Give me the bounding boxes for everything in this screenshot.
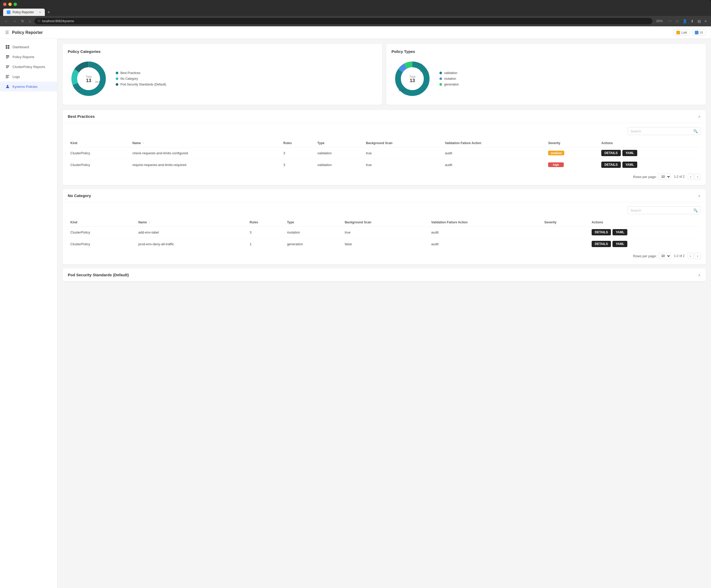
rows-per-page-select[interactable]: 10 25 50 <box>659 174 671 180</box>
nc-row2-severity <box>542 238 589 250</box>
nc-row2-type: generation <box>284 238 342 250</box>
svg-text:7.7%: 7.7% <box>417 63 423 66</box>
legend-item-validation: validation <box>439 71 459 75</box>
forward-button[interactable]: → <box>12 19 18 24</box>
dashboard-icon <box>5 45 10 49</box>
tab-close-button[interactable]: ✕ <box>39 11 41 14</box>
menu-icon[interactable]: ≡ <box>703 18 708 24</box>
no-category-search-box[interactable]: 🔍 <box>628 206 701 214</box>
sidebar-item-kyverno-policies[interactable]: Kyverno Policies <box>0 82 57 91</box>
no-category-chevron-icon: ∧ <box>698 194 701 198</box>
browser-tabs: Policy Reporter ✕ + <box>3 8 708 16</box>
row2-yaml-button[interactable]: YAML <box>622 161 637 168</box>
best-practices-body: 🔍 Kind Name ↑ Rules Type Background Scan <box>63 123 706 185</box>
best-practices-table: Kind Name ↑ Rules Type Background Scan V… <box>68 139 701 171</box>
col-validation-failure-action-header: Validation Failure Action <box>442 139 545 147</box>
policy-types-card: Policy Types Total 13 <box>386 44 706 105</box>
nc-next-page-button[interactable]: › <box>695 253 701 259</box>
back-button[interactable]: ← <box>3 19 9 24</box>
best-practices-label: Best Practices <box>121 71 141 75</box>
nc-rows-per-page-select[interactable]: 10 25 50 <box>659 253 671 259</box>
svg-rect-0 <box>6 45 7 47</box>
row1-rules: 3 <box>281 147 315 159</box>
nc-row1-background-scan: true <box>342 226 429 238</box>
sidebar-item-cluster-policy-reports-label: ClusterPolicy Reports <box>13 65 45 69</box>
mutation-dot <box>439 78 442 80</box>
types-donut-svg: Total 13 7.7% 7.7% 84.6% <box>391 58 433 100</box>
nc-col-name-header[interactable]: Name ↑ <box>136 218 247 226</box>
best-practices-search-input[interactable] <box>630 129 692 133</box>
policy-reports-icon <box>5 55 10 59</box>
severity-badge-high: high <box>548 162 564 167</box>
svg-text:13: 13 <box>86 78 91 83</box>
loki-badge-button[interactable]: Loki <box>673 29 690 36</box>
best-practices-search-icon[interactable]: 🔍 <box>693 129 698 133</box>
best-practices-search-box[interactable]: 🔍 <box>628 127 701 135</box>
legend-item-no-category: No Category <box>116 77 166 81</box>
new-tab-button[interactable]: + <box>46 10 52 15</box>
pod-security-header[interactable]: Pod Security Standards (Default) ∧ <box>63 268 706 282</box>
nc-prev-page-button[interactable]: ‹ <box>688 253 694 259</box>
best-practices-header[interactable]: Best Practices ∧ <box>63 110 706 123</box>
no-category-header[interactable]: No Category ∧ <box>63 189 706 202</box>
row2-kind: ClusterPolicy <box>68 159 130 171</box>
policy-categories-card: Policy Categories Total <box>63 44 382 105</box>
nc-row1-kind: ClusterPolicy <box>68 226 136 238</box>
row1-name: check-requests-and-limits-configured <box>130 147 281 159</box>
nc-col-type-header: Type <box>284 218 342 226</box>
active-tab[interactable]: Policy Reporter ✕ <box>3 8 45 16</box>
svg-rect-6 <box>6 58 8 58</box>
row2-details-button[interactable]: DETAILS <box>601 161 621 168</box>
mutation-label: mutation <box>444 77 456 81</box>
pod-security-dot <box>116 83 118 86</box>
next-page-button[interactable]: › <box>695 174 701 180</box>
nc-row1-details-button[interactable]: DETAILS <box>591 229 611 235</box>
pod-security-section: Pod Security Standards (Default) ∧ <box>63 268 706 282</box>
nc-row2-validation-failure-action: audit <box>429 238 542 250</box>
hamburger-menu-icon[interactable]: ☰ <box>5 30 9 35</box>
legend-item-mutation: mutation <box>439 77 459 81</box>
svg-rect-9 <box>6 77 9 78</box>
nc-row1-type: mutation <box>284 226 342 238</box>
minimize-window-button[interactable] <box>8 3 12 6</box>
sidebar-item-policy-reports[interactable]: Policy Reports <box>0 52 57 62</box>
nc-row1-yaml-button[interactable]: YAML <box>612 229 627 235</box>
maximize-window-button[interactable] <box>14 3 17 6</box>
row1-type: validation <box>315 147 363 159</box>
extensions-icon[interactable]: ⋯ <box>667 18 673 24</box>
svg-text:69.2%: 69.2% <box>74 87 81 89</box>
ui-badge-button[interactable]: UI <box>692 29 706 36</box>
security-icon: 🛡 <box>38 20 40 23</box>
no-category-search-icon[interactable]: 🔍 <box>693 208 698 213</box>
nc-row2-details-button[interactable]: DETAILS <box>591 241 611 247</box>
reload-button[interactable]: ↻ <box>20 19 25 24</box>
no-category-search-input[interactable] <box>630 209 692 213</box>
sidebar-item-logs[interactable]: Logs <box>0 72 57 82</box>
sidebar-icon[interactable]: ▤ <box>696 18 702 24</box>
col-rules-header: Rules <box>281 139 315 147</box>
url-display: localhost:8082/kyverno <box>42 19 74 23</box>
bookmark-icon[interactable]: ☆ <box>674 18 680 24</box>
sidebar-item-dashboard[interactable]: Dashboard <box>0 42 57 52</box>
nc-row1-name: add-env-label <box>136 226 247 238</box>
nc-row2-yaml-button[interactable]: YAML <box>612 241 627 247</box>
download-icon[interactable]: ⬇ <box>689 18 695 24</box>
address-bar[interactable]: 🛡 localhost:8082/kyverno <box>35 18 652 24</box>
home-button[interactable]: ⌂ <box>28 19 32 24</box>
nc-row1-validation-failure-action: audit <box>429 226 542 238</box>
row1-details-button[interactable]: DETAILS <box>601 150 621 156</box>
svg-rect-1 <box>8 45 9 47</box>
nc-col-validation-failure-action-header: Validation Failure Action <box>429 218 542 226</box>
row2-action-buttons: DETAILS YAML <box>601 161 698 168</box>
pod-security-label: Pod Security Standards (Default) <box>121 83 166 86</box>
col-name-header[interactable]: Name ↑ <box>130 139 281 147</box>
profile-icon[interactable]: 👤 <box>681 18 688 24</box>
prev-page-button[interactable]: ‹ <box>688 174 694 180</box>
sidebar-item-cluster-policy-reports[interactable]: ClusterPolicy Reports <box>0 62 57 72</box>
svg-rect-4 <box>6 55 9 56</box>
nc-row2-rules: 1 <box>247 238 284 250</box>
close-window-button[interactable] <box>3 3 6 6</box>
row1-yaml-button[interactable]: YAML <box>622 150 637 156</box>
nc-col-severity-header: Severity <box>542 218 589 226</box>
app-title: Policy Reporter <box>12 30 43 35</box>
